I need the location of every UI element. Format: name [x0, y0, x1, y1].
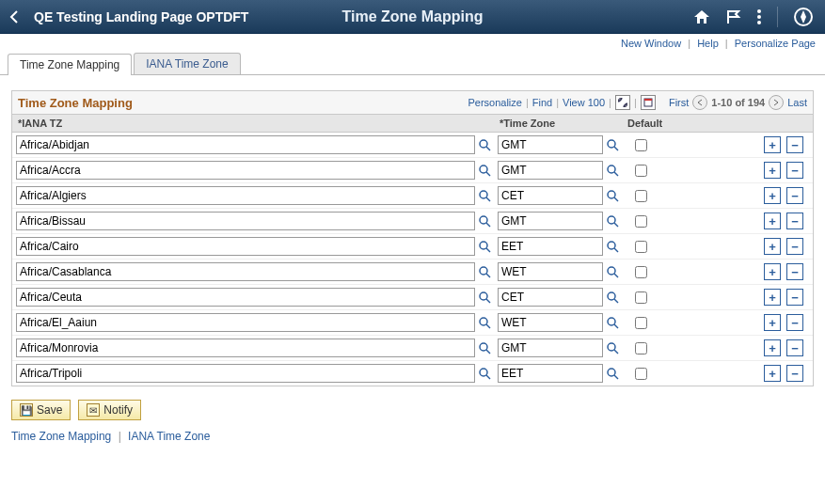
- lookup-icon[interactable]: [477, 315, 492, 330]
- lookup-icon[interactable]: [477, 239, 492, 254]
- lookup-icon[interactable]: [477, 290, 492, 305]
- lookup-icon[interactable]: [605, 188, 620, 203]
- grid-viewall-link[interactable]: View 100: [563, 97, 605, 108]
- iana-tz-input[interactable]: [16, 135, 475, 154]
- default-checkbox[interactable]: [635, 165, 647, 177]
- delete-row-button[interactable]: −: [786, 289, 803, 306]
- add-row-button[interactable]: +: [764, 213, 781, 229]
- lookup-icon[interactable]: [477, 264, 492, 279]
- add-row-button[interactable]: +: [764, 314, 781, 331]
- help-link[interactable]: Help: [697, 38, 719, 49]
- delete-row-button[interactable]: −: [786, 162, 803, 179]
- default-checkbox[interactable]: [635, 342, 647, 354]
- download-grid-icon[interactable]: [641, 95, 656, 110]
- home-icon[interactable]: [692, 8, 711, 25]
- lookup-icon[interactable]: [605, 315, 620, 330]
- default-checkbox[interactable]: [635, 317, 647, 329]
- lookup-icon[interactable]: [477, 366, 492, 381]
- add-row-button[interactable]: +: [764, 289, 781, 306]
- lookup-icon[interactable]: [605, 239, 620, 254]
- delete-row-button[interactable]: −: [786, 365, 803, 382]
- delete-row-button[interactable]: −: [786, 238, 803, 255]
- delete-row-button[interactable]: −: [786, 263, 803, 280]
- add-row-button[interactable]: +: [764, 365, 781, 382]
- tab-time-zone-mapping[interactable]: Time Zone Mapping: [8, 54, 132, 75]
- add-row-button[interactable]: +: [764, 162, 781, 179]
- col-header-tz[interactable]: *Time Zone: [494, 115, 622, 132]
- time-zone-input[interactable]: [498, 288, 603, 307]
- lookup-icon[interactable]: [477, 188, 492, 203]
- time-zone-input[interactable]: [498, 364, 603, 383]
- time-zone-input[interactable]: [498, 161, 603, 180]
- compass-icon[interactable]: [793, 7, 814, 27]
- save-button[interactable]: 💾 Save: [11, 400, 71, 420]
- footer-link-iana[interactable]: IANA Time Zone: [128, 430, 210, 443]
- lookup-icon[interactable]: [605, 163, 620, 178]
- delete-row-button[interactable]: −: [786, 339, 803, 356]
- iana-tz-input[interactable]: [16, 212, 475, 230]
- default-checkbox[interactable]: [635, 241, 647, 253]
- time-zone-input[interactable]: [498, 186, 603, 205]
- iana-tz-input[interactable]: [16, 262, 475, 281]
- lookup-icon[interactable]: [605, 213, 620, 228]
- lookup-icon[interactable]: [605, 264, 620, 279]
- time-zone-input[interactable]: [498, 135, 603, 154]
- delete-row-button[interactable]: −: [786, 187, 803, 204]
- iana-tz-input[interactable]: [16, 313, 475, 332]
- iana-tz-input[interactable]: [16, 339, 475, 357]
- lookup-icon[interactable]: [477, 137, 492, 152]
- iana-tz-input[interactable]: [16, 186, 475, 205]
- time-zone-input[interactable]: [498, 339, 603, 357]
- default-checkbox[interactable]: [635, 139, 647, 151]
- lookup-icon[interactable]: [605, 137, 620, 152]
- lookup-icon[interactable]: [605, 340, 620, 355]
- default-checkbox[interactable]: [635, 368, 647, 380]
- delete-row-button[interactable]: −: [786, 213, 803, 229]
- delete-row-button[interactable]: −: [786, 136, 803, 153]
- footer-buttons: 💾 Save ✉ Notify: [11, 400, 814, 420]
- col-header-iana[interactable]: *IANA TZ: [12, 115, 494, 132]
- col-header-default[interactable]: Default: [622, 115, 688, 132]
- flag-icon[interactable]: [724, 8, 743, 25]
- iana-tz-input[interactable]: [16, 364, 475, 383]
- add-row-button[interactable]: +: [764, 263, 781, 280]
- lookup-icon[interactable]: [605, 366, 620, 381]
- default-checkbox[interactable]: [635, 215, 647, 228]
- footer-link-tzmapping[interactable]: Time Zone Mapping: [11, 430, 111, 443]
- grid-first-link[interactable]: First: [669, 97, 689, 108]
- zoom-grid-icon[interactable]: [615, 95, 630, 110]
- default-checkbox[interactable]: [635, 266, 647, 278]
- lookup-icon[interactable]: [477, 163, 492, 178]
- tab-iana-time-zone[interactable]: IANA Time Zone: [134, 53, 240, 74]
- default-checkbox[interactable]: [635, 190, 647, 202]
- grid-personalize-link[interactable]: Personalize: [468, 97, 521, 108]
- personalize-page-link[interactable]: Personalize Page: [735, 38, 816, 49]
- top-banner: QE Testing Landing Page OPTDFT Time Zone…: [0, 0, 825, 34]
- utility-links: New Window | Help | Personalize Page: [0, 34, 825, 51]
- new-window-link[interactable]: New Window: [621, 38, 681, 49]
- add-row-button[interactable]: +: [764, 187, 781, 204]
- add-row-button[interactable]: +: [764, 238, 781, 255]
- grid-prev-icon[interactable]: [692, 95, 707, 110]
- add-row-button[interactable]: +: [764, 136, 781, 153]
- lookup-icon[interactable]: [477, 213, 492, 228]
- time-zone-input[interactable]: [498, 212, 603, 230]
- time-zone-input[interactable]: [498, 262, 603, 281]
- back-button[interactable]: [0, 0, 28, 34]
- grid-last-link[interactable]: Last: [787, 97, 807, 108]
- lookup-icon[interactable]: [477, 340, 492, 355]
- add-row-button[interactable]: +: [764, 339, 781, 356]
- default-checkbox[interactable]: [635, 291, 647, 304]
- svg-rect-5: [644, 99, 652, 101]
- iana-tz-input[interactable]: [16, 161, 475, 180]
- delete-row-button[interactable]: −: [786, 314, 803, 331]
- kebab-menu-icon[interactable]: [756, 8, 762, 25]
- grid-next-icon[interactable]: [769, 95, 784, 110]
- grid-find-link[interactable]: Find: [532, 97, 552, 108]
- iana-tz-input[interactable]: [16, 288, 475, 307]
- lookup-icon[interactable]: [605, 290, 620, 305]
- time-zone-input[interactable]: [498, 313, 603, 332]
- time-zone-input[interactable]: [498, 237, 603, 256]
- notify-button[interactable]: ✉ Notify: [78, 400, 141, 420]
- iana-tz-input[interactable]: [16, 237, 475, 256]
